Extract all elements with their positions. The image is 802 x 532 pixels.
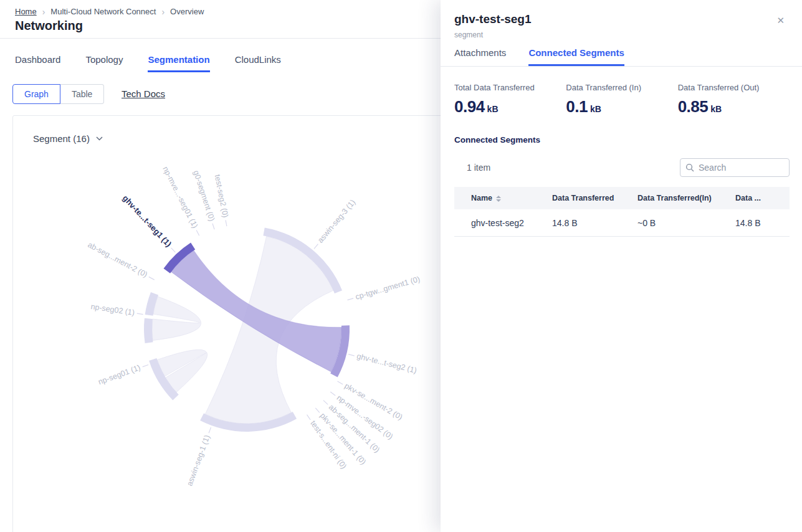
panel-header: ghv-test-seg1 ✕ segment Attachments Conn… [441, 0, 802, 66]
panel-body: Total Data Transferred 0.94kB Data Trans… [441, 67, 802, 237]
chord-tick [315, 408, 320, 413]
segment-filter-label: Segment (16) [33, 133, 90, 144]
close-icon[interactable]: ✕ [776, 15, 785, 26]
stat-out: Data Transferred (Out) 0.85kB [678, 83, 790, 116]
column-header-data-in[interactable]: Data Transferred(In) [637, 194, 735, 202]
column-header-name[interactable]: Name [454, 194, 552, 202]
sort-icon[interactable] [496, 196, 501, 202]
panel-subtitle: segment [454, 31, 788, 39]
chord-tick [143, 365, 148, 367]
stat-label: Total Data Transferred [454, 83, 566, 92]
page-title: Networking [15, 19, 83, 33]
breadcrumb-separator-icon: › [161, 7, 165, 16]
chevron-down-icon [96, 136, 103, 141]
column-header-data-transferred[interactable]: Data Transferred [552, 194, 637, 202]
stat-unit: kB [590, 104, 601, 114]
breadcrumb: Home › Multi-Cloud Network Connect › Ove… [15, 7, 204, 16]
panel-title: ghv-test-seg1 [454, 12, 788, 26]
connected-segments-table: Name Data Transferred Data Transferred(I… [454, 187, 790, 237]
chord-tick [212, 224, 214, 230]
chord-label[interactable]: cp-tgw...gment1 (0) [355, 275, 421, 302]
chord-label[interactable]: np-seg01 (1) [97, 363, 141, 386]
stat-label: Data Transferred (Out) [678, 83, 790, 92]
view-toggle: Graph Table [12, 84, 104, 104]
chord-tick [137, 313, 143, 314]
chord-label[interactable]: aswin-seg-3 (1) [316, 198, 357, 245]
stat-unit: kB [710, 104, 722, 114]
chord-label[interactable]: ghv-te...t-seg1 (1) [121, 193, 173, 249]
tab-dashboard[interactable]: Dashboard [15, 54, 60, 72]
chord-label[interactable]: ghv-te...t-seg2 (1) [356, 352, 418, 375]
tab-cloudlinks[interactable]: CloudLinks [235, 54, 281, 72]
chord-label[interactable]: ab-seg...ment-2 (0) [86, 240, 148, 279]
item-count: 1 item [467, 163, 490, 173]
chord-tick [209, 427, 211, 433]
breadcrumb-item-overview: Overview [170, 7, 204, 16]
stat-value: 0.85 [678, 97, 709, 116]
chord-tick [171, 248, 176, 252]
chord-diagram: aswin-seg-3 (1)cp-tgw...gment1 (0)ghv-te… [13, 116, 443, 532]
chord-tick [196, 230, 199, 235]
cell-data-out: 14.8 B [735, 218, 790, 228]
chord-tick [338, 381, 343, 384]
chart-card-header: Segment (16) [33, 133, 103, 144]
table-controls: 1 item [454, 158, 790, 177]
stat-value: 0.1 [566, 97, 588, 116]
search-input[interactable] [699, 163, 780, 173]
table-header-row: Name Data Transferred Data Transferred(I… [454, 187, 790, 209]
chord-tick [348, 298, 354, 300]
chord-tick [348, 354, 355, 356]
chord-label[interactable]: test-seg2 (0) [213, 174, 230, 219]
search-box [680, 158, 790, 177]
tab-connected-segments[interactable]: Connected Segments [528, 47, 624, 66]
panel-tab-bar: Attachments Connected Segments [454, 47, 788, 66]
cell-data-transferred: 14.8 B [552, 218, 637, 228]
tab-attachments[interactable]: Attachments [454, 47, 506, 66]
chord-label[interactable]: aswin-seg-1 (1) [185, 434, 212, 487]
stat-unit: kB [487, 104, 499, 114]
column-header-data-out[interactable]: Data ... [735, 194, 790, 202]
search-icon [685, 163, 694, 172]
breadcrumb-separator-icon: › [42, 7, 45, 16]
chord-ribbon[interactable] [152, 297, 201, 341]
main-tab-bar: Dashboard Topology Segmentation CloudLin… [15, 54, 281, 72]
breadcrumb-item-mcnc[interactable]: Multi-Cloud Network Connect [50, 7, 156, 16]
connected-segments-heading: Connected Segments [454, 135, 790, 145]
tab-topology[interactable]: Topology [85, 54, 123, 72]
table-view-button[interactable]: Table [60, 84, 104, 104]
chord-tick [307, 415, 310, 420]
stat-total: Total Data Transferred 0.94kB [454, 83, 566, 116]
chord-arc[interactable] [144, 318, 153, 343]
tab-segmentation[interactable]: Segmentation [148, 54, 209, 72]
segment-details-panel: ghv-test-seg1 ✕ segment Attachments Conn… [441, 0, 802, 532]
chord-tick [314, 244, 318, 249]
chord-tick [330, 392, 335, 396]
cell-name[interactable]: ghv-test-seg2 [454, 218, 552, 228]
networking-page: Home › Multi-Cloud Network Connect › Ove… [0, 0, 802, 532]
breadcrumb-home-link[interactable]: Home [15, 7, 37, 16]
stat-in: Data Transferred (In) 0.1kB [566, 83, 677, 116]
stat-label: Data Transferred (In) [566, 83, 677, 92]
chord-tick [226, 220, 227, 226]
chord-label[interactable]: g0-segment (0) [192, 169, 217, 222]
cell-data-in: ~0 B [637, 218, 735, 228]
stats-row: Total Data Transferred 0.94kB Data Trans… [454, 83, 790, 116]
table-row[interactable]: ghv-test-seg2 14.8 B ~0 B 14.8 B [454, 209, 790, 237]
chord-label[interactable]: np-seg02 (1) [90, 302, 135, 317]
chord-tick [323, 401, 328, 405]
graph-view-button[interactable]: Graph [12, 84, 60, 104]
stat-value: 0.94 [454, 97, 485, 116]
tech-docs-link[interactable]: Tech Docs [122, 88, 165, 99]
segment-filter-dropdown[interactable]: Segment (16) [33, 133, 103, 144]
chord-tick [149, 277, 155, 280]
